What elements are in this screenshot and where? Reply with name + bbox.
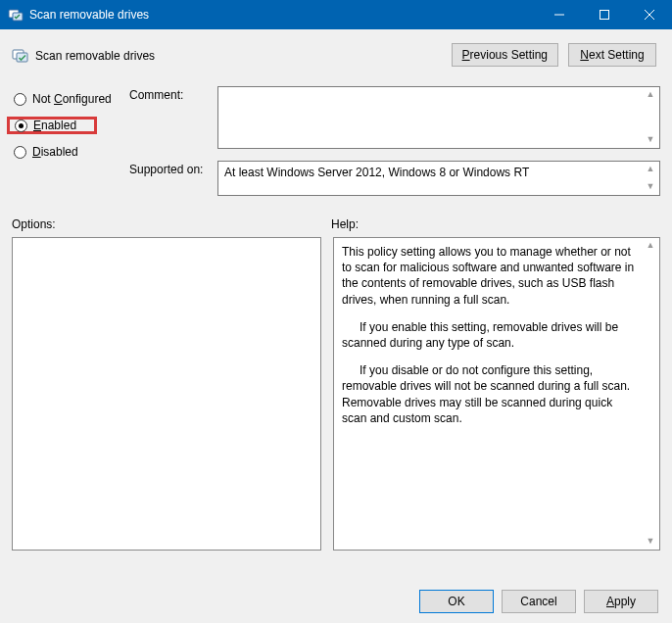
section-labels: Options: Help:	[12, 217, 660, 231]
comment-row: Comment: ▲ ▼	[129, 86, 660, 149]
scroll-down-icon[interactable]: ▼	[644, 134, 657, 146]
help-paragraph: If you enable this setting, removable dr…	[342, 319, 640, 351]
minimize-button[interactable]	[537, 0, 582, 29]
app-icon	[8, 7, 24, 23]
svg-rect-2	[600, 11, 609, 20]
supported-row: Supported on: At least Windows Server 20…	[129, 161, 660, 196]
options-panel[interactable]	[12, 237, 321, 551]
fields-column: Comment: ▲ ▼ Supported on: At least Wind…	[129, 86, 660, 196]
help-label: Help:	[331, 217, 359, 231]
radio-input[interactable]	[14, 93, 26, 106]
radio-label: Not Configured	[32, 92, 112, 106]
comment-input[interactable]: ▲ ▼	[217, 86, 660, 149]
state-and-fields: Not Configured Enabled Disabled Comment:…	[12, 86, 660, 196]
radio-input[interactable]	[15, 120, 27, 132]
maximize-button[interactable]	[582, 0, 627, 29]
comment-label: Comment:	[129, 86, 217, 149]
radio-input[interactable]	[14, 146, 26, 159]
scroll-up-icon[interactable]: ▲	[644, 240, 657, 252]
help-panel: This policy setting allows you to manage…	[333, 237, 660, 551]
scroll-up-icon[interactable]: ▲	[644, 89, 657, 101]
scroll-down-icon[interactable]: ▼	[644, 536, 657, 548]
supported-value: At least Windows Server 2012, Windows 8 …	[224, 166, 529, 179]
help-paragraph: If you disable or do not configure this …	[342, 362, 640, 426]
window-title: Scan removable drives	[29, 8, 149, 22]
close-button[interactable]	[627, 0, 672, 29]
next-setting-button[interactable]: Next Setting	[568, 43, 656, 67]
supported-on-box: At least Windows Server 2012, Windows 8 …	[217, 161, 660, 196]
scroll-down-icon[interactable]: ▼	[644, 181, 657, 193]
options-label: Options:	[12, 217, 331, 231]
radio-disabled[interactable]: Disabled	[12, 143, 129, 161]
client-area: Scan removable drives Previous Setting N…	[0, 29, 672, 623]
policy-icon	[12, 47, 29, 65]
previous-setting-button[interactable]: Previous Setting	[452, 43, 558, 67]
header-title: Scan removable drives	[35, 49, 155, 63]
title-bar: Scan removable drives	[0, 0, 672, 29]
radio-enabled[interactable]: Enabled	[7, 117, 97, 134]
scroll-up-icon[interactable]: ▲	[644, 164, 657, 175]
radio-not-configured[interactable]: Not Configured	[12, 90, 129, 108]
svg-rect-4	[17, 53, 27, 62]
apply-button[interactable]: Apply	[584, 590, 658, 613]
state-column: Not Configured Enabled Disabled	[12, 86, 129, 196]
supported-label: Supported on:	[129, 161, 217, 196]
radio-label: Enabled	[33, 119, 76, 132]
nav-buttons: Previous Setting Next Setting	[452, 43, 656, 67]
help-paragraph: This policy setting allows you to manage…	[342, 244, 640, 308]
ok-button[interactable]: OK	[419, 590, 494, 613]
radio-label: Disabled	[32, 145, 78, 159]
panels: This policy setting allows you to manage…	[12, 237, 660, 551]
cancel-button[interactable]: Cancel	[502, 590, 576, 613]
footer-buttons: OK Cancel Apply	[419, 590, 658, 613]
